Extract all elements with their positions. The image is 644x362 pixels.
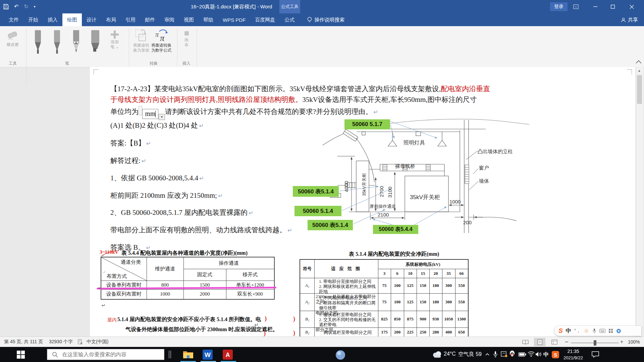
web-layout-button[interactable] bbox=[549, 338, 560, 346]
word-app-icon[interactable]: W bbox=[203, 350, 213, 360]
proofing-status-icon[interactable] bbox=[78, 337, 83, 347]
minimize-button[interactable] bbox=[588, 0, 603, 13]
pencil-button[interactable] bbox=[70, 29, 82, 55]
voltage: 15 bbox=[417, 269, 429, 278]
share-button[interactable]: 共享 bbox=[621, 13, 638, 26]
pencil-icon bbox=[70, 29, 82, 55]
pen-gray-button[interactable] bbox=[51, 29, 63, 55]
pdf-app-icon[interactable]: A bbox=[223, 350, 233, 360]
zoom-in-button[interactable]: + bbox=[620, 337, 623, 347]
cell: 125 bbox=[404, 278, 417, 293]
sogou-logo-icon[interactable]: S bbox=[558, 327, 563, 335]
mic-icon[interactable] bbox=[592, 328, 596, 334]
vertical-scrollbar[interactable] bbox=[636, 67, 643, 337]
file-explorer-icon[interactable] bbox=[183, 350, 194, 359]
login-button[interactable]: 登录 bbox=[550, 2, 568, 11]
svg-text:200: 200 bbox=[463, 220, 472, 225]
save-icon[interactable] bbox=[3, 4, 9, 9]
header-layout-mode: 布置方式 bbox=[103, 273, 130, 280]
taskbar-search[interactable] bbox=[47, 349, 164, 360]
zoom-slider-thumb[interactable] bbox=[594, 340, 596, 346]
wifi-icon[interactable] bbox=[528, 351, 535, 357]
svg-text:A: A bbox=[226, 352, 230, 358]
svg-text:S: S bbox=[554, 352, 557, 358]
weather-icon[interactable] bbox=[432, 351, 442, 358]
notification-center-icon[interactable] bbox=[591, 351, 599, 358]
scrollbar-thumb[interactable] bbox=[637, 75, 642, 104]
tab-help[interactable]: 帮助 bbox=[199, 13, 218, 26]
restore-button[interactable] bbox=[605, 0, 621, 13]
tab-file[interactable]: 文件 bbox=[4, 13, 23, 26]
punctuation-mode-icon[interactable]: °， bbox=[574, 328, 581, 334]
clock[interactable]: 21:35 2021/9/22 bbox=[561, 348, 586, 361]
tab-draw[interactable]: 绘图 bbox=[62, 13, 82, 26]
tab-references[interactable]: 引用 bbox=[121, 13, 140, 26]
symbol: A₁ bbox=[300, 278, 314, 293]
qq-icon[interactable] bbox=[509, 350, 515, 358]
start-button[interactable] bbox=[17, 351, 25, 359]
sogou-tray-icon[interactable]: S bbox=[552, 351, 559, 358]
person-icon bbox=[621, 17, 626, 22]
caption-red-prefix: 屋内 bbox=[107, 317, 117, 323]
cell: 550 bbox=[455, 278, 468, 293]
redo-icon[interactable]: ↻ bbox=[24, 4, 28, 9]
caption-line1: 5.1.4 屋内配电装置的安全净距不应小于表 5.1.4 所列数值。电 bbox=[117, 316, 261, 323]
screen: ↶ ↻ ▾ 16~20真题-1.docx [兼容模式] - Word 公式工具 … bbox=[0, 0, 644, 362]
pen-black-button[interactable] bbox=[32, 29, 44, 55]
tab-mailings[interactable]: 邮件 bbox=[140, 13, 160, 26]
svg-text:照明灯具: 照明灯具 bbox=[404, 140, 425, 145]
center-app-icon[interactable] bbox=[335, 350, 345, 360]
undo-icon[interactable]: ↶ bbox=[14, 4, 18, 9]
read-mode-button[interactable] bbox=[520, 338, 531, 346]
eraser-button[interactable]: 橡皮擦 bbox=[3, 29, 23, 47]
scroll-up-arrow[interactable]: ▲ bbox=[638, 69, 641, 72]
zoom-level[interactable]: 100% bbox=[628, 337, 640, 347]
search-input[interactable] bbox=[61, 351, 160, 358]
tab-review[interactable]: 审阅 bbox=[160, 13, 179, 26]
emoji-icon[interactable]: ☺ bbox=[584, 328, 589, 334]
drawing-canvas-button[interactable]: 画 布 bbox=[179, 29, 194, 48]
skin-icon[interactable] bbox=[616, 328, 621, 334]
tell-me-search[interactable]: 操作说明搜索 bbox=[303, 13, 349, 26]
tab-design[interactable]: 设计 bbox=[82, 13, 101, 26]
battery-icon[interactable] bbox=[518, 352, 526, 357]
tab-view[interactable]: 视图 bbox=[179, 13, 199, 26]
speaker-icon[interactable] bbox=[535, 352, 542, 357]
svg-text:1000: 1000 bbox=[449, 199, 461, 204]
header-removable: 移开式 bbox=[226, 269, 274, 281]
microphone-tray-icon[interactable] bbox=[493, 351, 498, 358]
svg-text:窗户: 窗户 bbox=[479, 165, 489, 171]
ribbon-display-options-button[interactable] bbox=[568, 0, 584, 13]
ime-mode-indicator[interactable]: 中 bbox=[566, 327, 571, 335]
svg-text:W: W bbox=[205, 351, 211, 358]
tray-expand-icon[interactable] bbox=[485, 353, 490, 356]
voltage: 66 bbox=[455, 269, 468, 278]
voltage: 3 bbox=[378, 269, 391, 278]
weather-text[interactable]: 24°C 空气良 59 bbox=[444, 351, 482, 358]
highlighter-button[interactable] bbox=[89, 29, 102, 55]
tab-equation[interactable]: 公式 bbox=[280, 13, 299, 26]
page-indicator[interactable]: 第 45 页, 共 111 页 bbox=[4, 337, 43, 347]
cell: 850 bbox=[391, 311, 404, 327]
tab-baidu-netdisk[interactable]: 百度网盘 bbox=[250, 13, 280, 26]
table-safety-clearance: 符号 适 应 范 围 系统标称电压(kV) 3 6 10 15 20 35 66… bbox=[300, 259, 469, 337]
tab-home[interactable]: 开始 bbox=[23, 13, 43, 26]
tab-layout[interactable]: 布局 bbox=[101, 13, 121, 26]
tab-insert[interactable]: 插入 bbox=[43, 13, 62, 26]
close-button[interactable] bbox=[624, 0, 639, 13]
ime-tray-indicator[interactable]: 中 bbox=[543, 351, 549, 358]
keyboard-icon[interactable] bbox=[599, 329, 605, 333]
symbol: B₁ bbox=[300, 311, 314, 327]
ink-to-math-button[interactable]: π π 将墨迹转换 为数学公式 bbox=[148, 28, 174, 53]
toolbox-icon[interactable] bbox=[608, 328, 613, 333]
tab-wps-pdf[interactable]: WPS PDF bbox=[218, 13, 250, 26]
qat-customize-icon[interactable]: ▾ bbox=[34, 5, 36, 8]
language-indicator[interactable]: 中文(中国) bbox=[87, 337, 108, 347]
collapse-ribbon-button[interactable] bbox=[637, 61, 641, 65]
word-count[interactable]: 32930 个字 bbox=[49, 337, 73, 347]
screenshot-tool-icon[interactable] bbox=[501, 351, 507, 357]
print-layout-button[interactable] bbox=[534, 338, 545, 346]
zoom-out-button[interactable]: − bbox=[565, 337, 569, 347]
add-pen-button[interactable]: 添加 笔 ⌄ bbox=[107, 29, 123, 50]
title-bar: ↶ ↻ ▾ 16~20真题-1.docx [兼容模式] - Word 公式工具 … bbox=[0, 0, 644, 13]
